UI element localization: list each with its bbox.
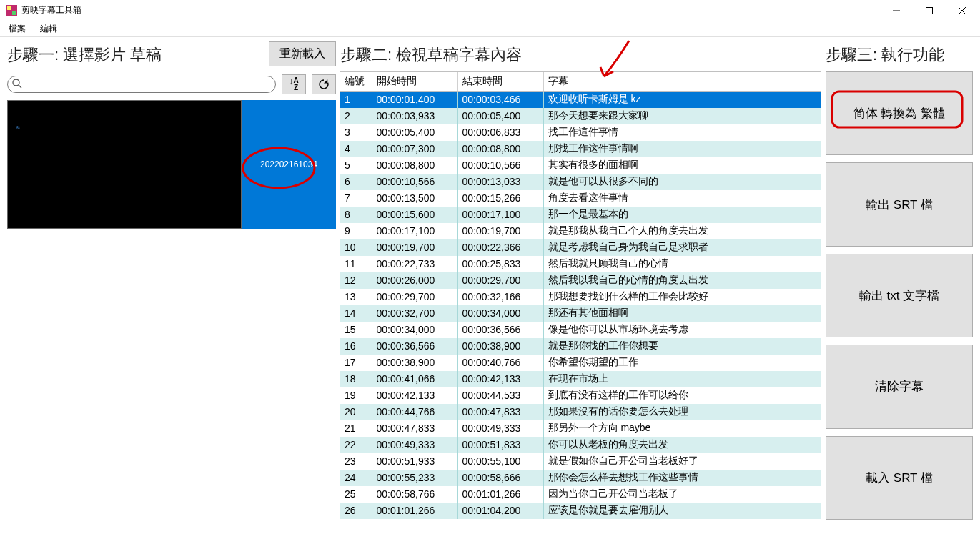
refresh-icon	[317, 78, 330, 91]
table-row[interactable]: 200:00:03,93300:00:05,400那今天想要来跟大家聊	[340, 108, 821, 124]
table-row[interactable]: 400:00:07,30000:00:08,800那找工作这件事情啊	[340, 141, 821, 157]
cell-end: 00:00:51,833	[457, 437, 543, 453]
cell-id: 3	[340, 124, 372, 141]
cell-text: 其实有很多的面相啊	[543, 157, 821, 174]
table-row[interactable]: 2600:01:01,26600:01:04,200应该是你就是要去雇佣别人	[340, 503, 821, 519]
table-row[interactable]: 2200:00:49,33300:00:51,833你可以从老板的角度去出发	[340, 437, 821, 453]
table-row[interactable]: 1200:00:26,00000:00:29,700然后我以我自己的心情的角度去…	[340, 272, 821, 289]
cell-end: 00:00:05,400	[457, 108, 543, 124]
close-button[interactable]	[946, 0, 979, 21]
cell-text: 就是假如你自己开公司当老板好了	[543, 453, 821, 470]
table-row[interactable]: 1600:00:36,56600:00:38,900就是那你找的工作你想要	[340, 338, 821, 355]
refresh-button[interactable]	[312, 74, 336, 94]
menu-edit[interactable]: 編輯	[37, 21, 60, 36]
table-row[interactable]: 2100:00:47,83300:00:49,333那另外一个方向 maybe	[340, 420, 821, 437]
titlebar: 剪映字幕工具箱	[0, 0, 980, 21]
export-txt-button[interactable]: 輸出 txt 文字檔	[826, 254, 973, 337]
cell-text: 你可以从老板的角度去出发	[543, 437, 821, 453]
cell-start: 00:00:32,700	[372, 305, 457, 322]
draft-list[interactable]: ≈ 202202161034	[7, 100, 336, 229]
cell-end: 00:00:19,700	[457, 223, 543, 239]
draft-id-label: 202202161034	[260, 159, 317, 169]
col-header-text[interactable]: 字幕	[543, 72, 821, 92]
svg-rect-1	[7, 6, 11, 10]
cell-end: 00:00:34,000	[457, 305, 543, 322]
cell-text: 那另外一个方向 maybe	[543, 420, 821, 437]
cell-start: 00:00:08,800	[372, 157, 457, 174]
table-row[interactable]: 500:00:08,80000:00:10,566其实有很多的面相啊	[340, 157, 821, 174]
table-row[interactable]: 600:00:10,56600:00:13,033就是他可以从很多不同的	[340, 174, 821, 190]
table-row[interactable]: 2400:00:55,23300:00:58,666那你会怎么样去想找工作这些事…	[340, 470, 821, 486]
cell-start: 00:00:55,233	[372, 470, 457, 486]
cell-text: 应该是你就是要去雇佣别人	[543, 503, 821, 519]
cell-start: 00:00:44,766	[372, 404, 457, 420]
table-row[interactable]: 2000:00:44,76600:00:47,833那如果沒有的话你要怎么去处理	[340, 404, 821, 420]
cell-text: 那还有其他面相啊	[543, 305, 821, 322]
table-row[interactable]: 100:00:01,40000:00:03,466欢迎收听卡斯姆是 kz	[340, 92, 821, 108]
table-row[interactable]: 1500:00:34,00000:00:36,566像是他你可以从市场环境去考虑	[340, 322, 821, 338]
draft-thumbnail[interactable]: ≈	[7, 100, 242, 229]
cell-id: 24	[340, 470, 372, 486]
cell-id: 10	[340, 239, 372, 256]
convert-button[interactable]: 简体 轉換為 繁體	[826, 71, 973, 155]
cell-start: 00:01:01,266	[372, 503, 457, 519]
cell-text: 因为当你自己开公司当老板了	[543, 486, 821, 503]
cell-id: 18	[340, 371, 372, 387]
cell-id: 12	[340, 272, 372, 289]
load-srt-button[interactable]: 載入 SRT 檔	[826, 436, 973, 520]
table-row[interactable]: 2500:00:58,76600:01:01,266因为当你自己开公司当老板了	[340, 486, 821, 503]
minimize-button[interactable]	[880, 0, 913, 21]
table-row[interactable]: 1400:00:32,70000:00:34,000那还有其他面相啊	[340, 305, 821, 322]
col-header-id[interactable]: 編號	[340, 72, 372, 92]
window-title: 剪映字幕工具箱	[21, 4, 880, 16]
cell-end: 00:01:04,200	[457, 503, 543, 519]
cell-start: 00:00:51,933	[372, 453, 457, 470]
maximize-button[interactable]	[913, 0, 946, 21]
table-row[interactable]: 1900:00:42,13300:00:44,533到底有没有这样的工作可以给你	[340, 387, 821, 404]
table-row[interactable]: 900:00:17,10000:00:19,700就是那我从我自己个人的角度去出…	[340, 223, 821, 239]
search-icon	[11, 78, 23, 89]
table-row[interactable]: 1000:00:19,70000:00:22,366就是考虑我自己身为我自己是求…	[340, 239, 821, 256]
table-row[interactable]: 1800:00:41,06600:00:42,133在现在市场上	[340, 371, 821, 387]
cell-text: 像是他你可以从市场环境去考虑	[543, 322, 821, 338]
table-row[interactable]: 800:00:15,60000:00:17,100那一个是最基本的	[340, 207, 821, 223]
cell-start: 00:00:58,766	[372, 486, 457, 503]
col-header-end[interactable]: 結束時間	[457, 72, 543, 92]
table-row[interactable]: 1700:00:38,90000:00:40,766你希望你期望的工作	[340, 355, 821, 371]
cell-id: 20	[340, 404, 372, 420]
cell-text: 到底有没有这样的工作可以给你	[543, 387, 821, 404]
cell-text: 就是那我从我自己个人的角度去出发	[543, 223, 821, 239]
search-input[interactable]	[7, 76, 276, 93]
cell-id: 8	[340, 207, 372, 223]
table-header-row: 編號 開始時間 結束時間 字幕	[340, 72, 821, 92]
cell-start: 00:00:26,000	[372, 272, 457, 289]
menu-file[interactable]: 檔案	[6, 21, 29, 36]
table-row[interactable]: 2300:00:51,93300:00:55,100就是假如你自己开公司当老板好…	[340, 453, 821, 470]
cell-text: 那你会怎么样去想找工作这些事情	[543, 470, 821, 486]
cell-id: 13	[340, 289, 372, 305]
cell-text: 然后我就只顾我自己的心情	[543, 256, 821, 272]
cell-id: 22	[340, 437, 372, 453]
cell-id: 6	[340, 174, 372, 190]
cell-id: 19	[340, 387, 372, 404]
cell-start: 00:00:29,700	[372, 289, 457, 305]
cell-start: 00:00:22,733	[372, 256, 457, 272]
svg-rect-4	[926, 7, 933, 14]
reload-button[interactable]: 重新載入	[269, 41, 336, 66]
table-row[interactable]: 300:00:05,40000:00:06,833找工作這件事情	[340, 124, 821, 141]
cell-id: 26	[340, 503, 372, 519]
cell-start: 00:00:03,933	[372, 108, 457, 124]
cell-text: 那今天想要来跟大家聊	[543, 108, 821, 124]
table-row[interactable]: 1100:00:22,73300:00:25,833然后我就只顾我自己的心情	[340, 256, 821, 272]
sort-button[interactable]: ↓AZ	[282, 74, 306, 94]
cell-start: 00:00:42,133	[372, 387, 457, 404]
col-header-start[interactable]: 開始時間	[372, 72, 457, 92]
table-row[interactable]: 700:00:13,50000:00:15,266角度去看这件事情	[340, 190, 821, 207]
cell-id: 25	[340, 486, 372, 503]
cell-text: 你希望你期望的工作	[543, 355, 821, 371]
draft-item-selected[interactable]: 202202161034	[242, 100, 336, 229]
clear-button[interactable]: 清除字幕	[826, 345, 973, 428]
subtitle-table[interactable]: 編號 開始時間 結束時間 字幕 100:00:01,40000:00:03,46…	[340, 72, 821, 519]
export-srt-button[interactable]: 輸出 SRT 檔	[826, 162, 973, 246]
table-row[interactable]: 1300:00:29,70000:00:32,166那我想要找到什么样的工作会比…	[340, 289, 821, 305]
